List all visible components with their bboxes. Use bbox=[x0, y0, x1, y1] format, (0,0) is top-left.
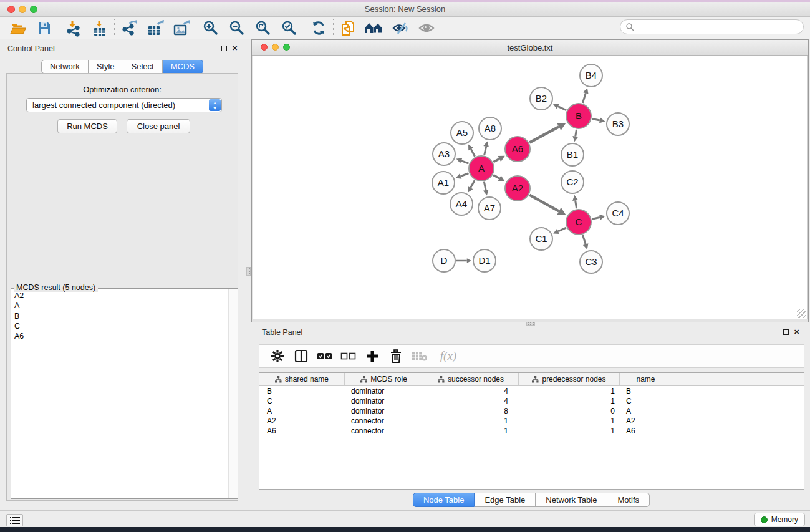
close-panel-icon[interactable]: ✕ bbox=[232, 44, 238, 52]
graph-edge-B-B2[interactable] bbox=[558, 107, 566, 110]
graph-edge-C-C4[interactable] bbox=[592, 217, 600, 219]
graph-edge-A-A3[interactable] bbox=[461, 161, 469, 163]
table-cell[interactable]: C bbox=[259, 396, 345, 406]
graph-edge-A-A4[interactable] bbox=[471, 180, 475, 188]
show-columns-button[interactable] bbox=[289, 346, 313, 366]
table-cell[interactable]: dominator bbox=[345, 406, 423, 416]
table-cell[interactable]: 8 bbox=[423, 406, 519, 416]
export-image-button[interactable] bbox=[168, 18, 195, 38]
result-item-b[interactable]: B bbox=[13, 311, 228, 321]
float-panel-icon[interactable] bbox=[783, 329, 789, 335]
table-row-A6[interactable]: A6connector11A6 bbox=[259, 426, 804, 436]
column-header-MCDS-role[interactable]: MCDS role bbox=[345, 373, 423, 385]
network-window-titlebar[interactable]: testGlobe.txt bbox=[252, 40, 808, 56]
zoom-out-button[interactable] bbox=[224, 18, 250, 38]
table-cell[interactable]: A2 bbox=[259, 416, 345, 426]
clone-network-button[interactable] bbox=[335, 18, 361, 38]
table-cell[interactable]: C bbox=[620, 396, 672, 406]
table-cell[interactable]: 4 bbox=[423, 386, 519, 396]
table-cell[interactable]: A2 bbox=[620, 416, 672, 426]
vertical-split-grip[interactable] bbox=[246, 267, 251, 276]
zoom-in-button[interactable] bbox=[198, 18, 224, 38]
table-cell[interactable]: B bbox=[259, 386, 345, 396]
table-cell[interactable]: connector bbox=[345, 416, 423, 426]
zoom-fit-button[interactable] bbox=[250, 18, 276, 38]
graph-edge-A-A2[interactable] bbox=[493, 175, 499, 178]
table-tab-motifs[interactable]: Motifs bbox=[607, 493, 650, 507]
table-tab-edge-table[interactable]: Edge Table bbox=[475, 493, 536, 507]
table-row-B[interactable]: Bdominator41B bbox=[259, 386, 804, 396]
result-item-c[interactable]: C bbox=[13, 321, 228, 331]
graph-edge-A-A5[interactable] bbox=[471, 149, 475, 157]
table-options-button[interactable] bbox=[266, 346, 289, 366]
graph-edge-A6-B[interactable] bbox=[529, 127, 559, 142]
table-row-A2[interactable]: A2connector11A2 bbox=[259, 416, 804, 426]
column-header-shared-name[interactable]: shared name bbox=[259, 373, 345, 385]
table-cell[interactable]: 1 bbox=[519, 416, 620, 426]
search-input[interactable] bbox=[620, 19, 804, 34]
import-network-button[interactable] bbox=[60, 18, 87, 38]
column-header-name[interactable]: name bbox=[620, 373, 672, 385]
optimization-criterion-select[interactable]: largest connected component (directed) ▲… bbox=[26, 98, 222, 112]
table-cell[interactable]: dominator bbox=[345, 396, 423, 406]
network-overview-button[interactable] bbox=[361, 18, 387, 38]
graph-edge-C-C3[interactable] bbox=[583, 235, 586, 244]
control-tab-style[interactable]: Style bbox=[89, 60, 123, 74]
control-tab-network[interactable]: Network bbox=[41, 60, 89, 74]
control-tab-mcds[interactable]: MCDS bbox=[163, 60, 203, 74]
graph-edge-B-B4[interactable] bbox=[582, 93, 586, 103]
save-session-button[interactable] bbox=[31, 18, 57, 38]
delete-table-button[interactable] bbox=[408, 346, 432, 366]
graph-edge-A-A6[interactable] bbox=[493, 159, 499, 162]
delete-column-button[interactable] bbox=[384, 346, 408, 366]
table-cell[interactable]: 0 bbox=[519, 406, 620, 416]
result-scrollbar[interactable] bbox=[228, 289, 238, 498]
column-header-predecessor-nodes[interactable]: predecessor nodes bbox=[519, 373, 620, 385]
window-resize-grip[interactable] bbox=[797, 309, 806, 318]
show-panel-button[interactable] bbox=[413, 18, 440, 38]
import-table-button[interactable] bbox=[87, 18, 113, 38]
control-tab-select[interactable]: Select bbox=[123, 60, 163, 74]
table-cell[interactable]: dominator bbox=[345, 386, 423, 396]
result-item-a6[interactable]: A6 bbox=[13, 331, 228, 341]
zoom-selected-button[interactable] bbox=[276, 18, 302, 38]
table-cell[interactable]: A6 bbox=[620, 426, 672, 436]
graph-edge-A-A7[interactable] bbox=[484, 182, 486, 190]
graph-edge-C-C2[interactable] bbox=[576, 200, 577, 208]
table-cell[interactable]: B bbox=[620, 386, 672, 396]
table-cell[interactable]: A bbox=[620, 406, 672, 416]
table-cell[interactable]: 4 bbox=[423, 396, 519, 406]
open-session-button[interactable] bbox=[5, 18, 31, 38]
table-cell[interactable]: 1 bbox=[519, 426, 620, 436]
add-column-button[interactable] bbox=[360, 346, 384, 366]
table-cell[interactable]: connector bbox=[345, 426, 423, 436]
table-cell[interactable]: 1 bbox=[519, 396, 620, 406]
table-cell[interactable]: 1 bbox=[423, 416, 519, 426]
table-tab-network-table[interactable]: Network Table bbox=[536, 493, 607, 507]
graph-edge-A2-C[interactable] bbox=[529, 195, 559, 211]
function-builder-button[interactable]: f(x) bbox=[432, 346, 465, 366]
result-item-a2[interactable]: A2 bbox=[13, 291, 228, 301]
table-row-C[interactable]: Cdominator41C bbox=[259, 396, 804, 406]
graph-edge-A-A1[interactable] bbox=[461, 173, 469, 177]
result-item-a[interactable]: A bbox=[13, 301, 228, 311]
float-panel-icon[interactable] bbox=[221, 46, 227, 51]
memory-button[interactable]: Memory bbox=[754, 513, 805, 526]
hide-panel-button[interactable] bbox=[387, 18, 413, 38]
table-cell[interactable]: A bbox=[259, 406, 345, 416]
table-cell[interactable]: 1 bbox=[423, 426, 519, 436]
table-row-A[interactable]: Adominator80A bbox=[259, 406, 804, 416]
table-cell[interactable]: 1 bbox=[519, 386, 620, 396]
graph-edge-C-C1[interactable] bbox=[558, 228, 566, 231]
table-cell[interactable]: A6 bbox=[259, 426, 345, 436]
run-mcds-button[interactable]: Run MCDS bbox=[57, 119, 117, 133]
task-history-button[interactable] bbox=[6, 514, 23, 526]
export-network-button[interactable] bbox=[116, 18, 142, 38]
refresh-view-button[interactable] bbox=[306, 18, 332, 38]
graph-edge-A-A8[interactable] bbox=[485, 147, 486, 155]
close-panel-icon[interactable]: ✕ bbox=[794, 328, 799, 336]
unselect-all-button[interactable] bbox=[337, 346, 360, 366]
graph-edge-B-B3[interactable] bbox=[592, 118, 600, 120]
table-tab-node-table[interactable]: Node Table bbox=[413, 493, 475, 507]
close-panel-button[interactable]: Close panel bbox=[127, 119, 190, 133]
